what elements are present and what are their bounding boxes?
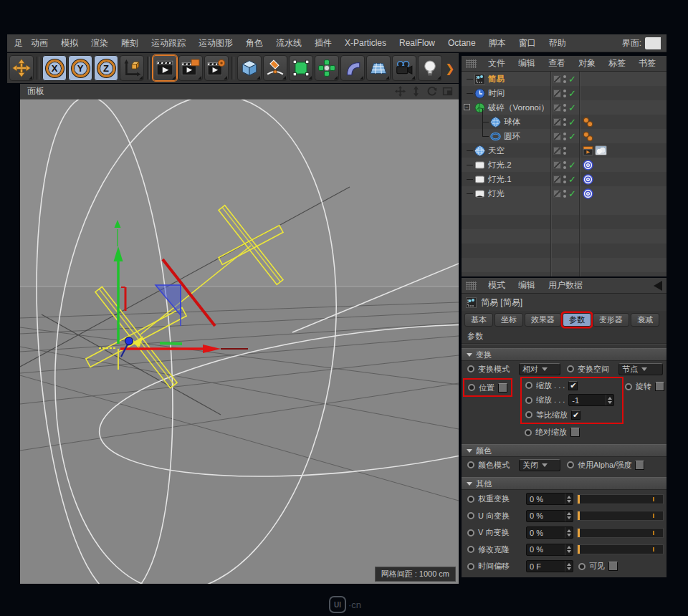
anim-dot-icon[interactable]: [578, 563, 586, 570]
spinner-icon[interactable]: [606, 395, 613, 405]
transform-mode-select[interactable]: 相对: [519, 363, 560, 375]
add-deformer-button[interactable]: [340, 55, 365, 81]
anim-dot-icon[interactable]: [625, 383, 632, 390]
weight-transform-slider[interactable]: [577, 494, 664, 504]
add-primitive-button[interactable]: [237, 55, 262, 81]
enabled-check-icon[interactable]: ✓: [568, 117, 576, 127]
add-floor-button[interactable]: [366, 55, 391, 81]
viewport-canvas[interactable]: [20, 100, 459, 584]
om-menu-bookmarks[interactable]: 书签: [632, 57, 662, 69]
anim-dot-icon[interactable]: [467, 461, 474, 468]
enabled-check-icon[interactable]: ✓: [568, 103, 576, 112]
v-transform-slider[interactable]: [577, 528, 664, 538]
om-menu-objects[interactable]: 对象: [572, 57, 602, 69]
move-tool-button[interactable]: [9, 55, 34, 81]
visibility-dots-icon[interactable]: [563, 90, 566, 97]
tab-coord[interactable]: 坐标: [494, 313, 523, 327]
visibility-toggles[interactable]: ✓: [550, 158, 579, 172]
menu-item-sculpt[interactable]: 雕刻: [115, 37, 145, 49]
anim-dot-icon[interactable]: [567, 365, 574, 372]
table-row[interactable]: 灯光.1 ✓: [462, 172, 666, 186]
modify-clone-field[interactable]: 0 %: [526, 544, 573, 556]
history-back-icon[interactable]: [654, 281, 662, 291]
menu-item-realflow[interactable]: RealFlow: [393, 38, 441, 48]
visible-checkbox[interactable]: [608, 562, 618, 571]
viewport[interactable]: 网格间距 : 1000 cm: [20, 100, 459, 584]
visibility-toggles[interactable]: ✓: [550, 172, 579, 186]
anim-dot-icon[interactable]: [467, 546, 474, 553]
visibility-dots-icon[interactable]: [563, 118, 566, 126]
cache-tag-icon[interactable]: [583, 131, 593, 142]
menu-item-plugins[interactable]: 插件: [308, 37, 338, 49]
menu-item-mograph[interactable]: 运动图形: [192, 37, 239, 49]
collapse-expander-icon[interactable]: −: [464, 104, 470, 110]
enabled-check-icon[interactable]: ✓: [568, 89, 576, 98]
absolute-scale-checkbox[interactable]: [570, 428, 580, 437]
menu-item-octane[interactable]: Octane: [441, 38, 482, 48]
table-row[interactable]: 灯光.2 ✓: [462, 158, 666, 172]
table-row[interactable]: − 破碎（Voronoi） ✓: [462, 100, 666, 115]
anim-dot-icon[interactable]: [468, 384, 475, 391]
lock-x-axis-button[interactable]: X: [42, 55, 67, 81]
render-settings-button[interactable]: [204, 55, 229, 81]
add-spline-button[interactable]: [263, 55, 287, 81]
enabled-check-icon[interactable]: ✓: [568, 132, 576, 141]
scale-checkbox[interactable]: ✔: [568, 381, 578, 390]
render-to-picture-viewer-button[interactable]: [178, 55, 203, 81]
scale-value-field[interactable]: -1: [568, 394, 614, 406]
visibility-dots-icon[interactable]: [563, 147, 566, 155]
lock-y-axis-button[interactable]: Y: [68, 55, 92, 81]
table-row[interactable]: 简易 ✓: [462, 72, 666, 86]
position-checkbox[interactable]: [498, 383, 507, 393]
compositing-tag-icon[interactable]: [583, 145, 593, 156]
tab-deformer[interactable]: 变形器: [593, 313, 629, 327]
v-transform-field[interactable]: 0 %: [526, 526, 573, 539]
table-row[interactable]: 圆环 ✓: [462, 129, 666, 143]
anim-dot-icon[interactable]: [525, 411, 532, 418]
layer-toggle-icon[interactable]: [553, 104, 561, 112]
coordinate-system-button[interactable]: [120, 55, 144, 81]
visibility-dots-icon[interactable]: [563, 161, 566, 169]
menu-item-character[interactable]: 角色: [239, 37, 269, 49]
om-menu-edit[interactable]: 编辑: [512, 57, 542, 69]
anim-dot-icon[interactable]: [467, 365, 474, 372]
layer-toggle-icon[interactable]: [553, 133, 561, 140]
table-row[interactable]: 球体 ✓: [462, 115, 666, 129]
om-menu-view[interactable]: 查看: [542, 57, 572, 69]
am-menu-edit[interactable]: 编辑: [512, 279, 542, 292]
visibility-dots-icon[interactable]: [563, 175, 566, 183]
anim-dot-icon[interactable]: [467, 512, 474, 519]
target-tag-icon[interactable]: [583, 174, 593, 185]
target-tag-icon[interactable]: [583, 160, 593, 170]
transform-space-select[interactable]: 节点: [618, 363, 663, 375]
visibility-toggles[interactable]: ✓: [550, 115, 579, 129]
toolbar-overflow-icon[interactable]: ❯: [445, 62, 454, 75]
anim-dot-icon[interactable]: [467, 496, 474, 503]
target-tag-icon[interactable]: [583, 188, 593, 199]
add-light-button[interactable]: [418, 55, 442, 81]
pan-view-icon[interactable]: [395, 86, 406, 97]
layer-toggle-icon[interactable]: [553, 118, 561, 126]
spinner-icon[interactable]: [565, 527, 573, 538]
tab-basic[interactable]: 基本: [464, 313, 493, 327]
menu-item-window[interactable]: 窗口: [512, 37, 543, 49]
tab-falloff[interactable]: 衰减: [631, 313, 659, 327]
spinner-icon[interactable]: [565, 511, 573, 521]
visibility-toggles[interactable]: ✓: [550, 186, 579, 201]
panel-grip-icon[interactable]: [466, 59, 477, 68]
anim-dot-icon[interactable]: [525, 382, 532, 389]
menu-item-motion-tracker[interactable]: 运动跟踪: [145, 37, 192, 49]
tab-effector[interactable]: 效果器: [525, 313, 561, 327]
u-transform-field[interactable]: 0 %: [526, 510, 573, 522]
am-menu-mode[interactable]: 模式: [482, 279, 512, 292]
spinner-icon[interactable]: [565, 561, 573, 572]
color-mode-select[interactable]: 关闭: [519, 459, 560, 471]
spinner-icon[interactable]: [565, 494, 573, 504]
layer-toggle-icon[interactable]: [553, 147, 561, 155]
group-header-other[interactable]: 其他: [462, 477, 666, 490]
visibility-toggles[interactable]: [550, 143, 579, 158]
weight-transform-field[interactable]: 0 %: [526, 493, 573, 505]
table-row[interactable]: 灯光 ✓: [462, 186, 666, 201]
uniform-scale-checkbox[interactable]: ✔: [571, 410, 580, 420]
rotation-checkbox[interactable]: [655, 382, 664, 391]
